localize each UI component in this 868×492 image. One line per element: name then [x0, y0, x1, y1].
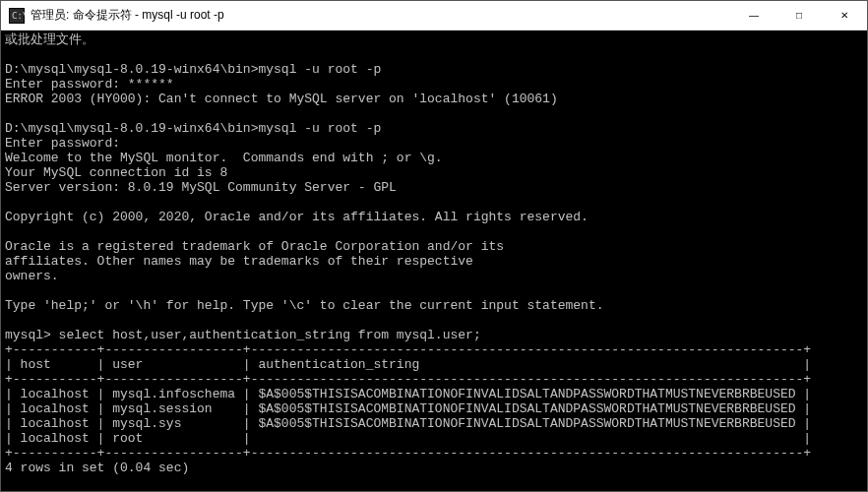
command-prompt-window: C:\ 管理员: 命令提示符 - mysql -u root -p — □ ✕ …	[0, 0, 868, 492]
terminal-line: mysql> select host,user,authentication_s…	[5, 328, 863, 342]
cmd-icon: C:\	[9, 8, 25, 24]
terminal-line: Oracle is a registered trademark of Orac…	[5, 239, 863, 254]
terminal-line: | localhost | mysql.infoschema | $A$005$…	[5, 387, 863, 401]
terminal-line: 或批处理文件。	[5, 32, 863, 47]
window-title: 管理员: 命令提示符 - mysql -u root -p	[31, 7, 224, 24]
terminal-line: affiliates. Other names may be trademark…	[5, 254, 863, 269]
titlebar[interactable]: C:\ 管理员: 命令提示符 - mysql -u root -p — □ ✕	[1, 1, 867, 31]
maximize-button[interactable]: □	[776, 1, 822, 30]
terminal-line: Type 'help;' or '\h' for help. Type '\c'…	[5, 298, 863, 313]
svg-text:C:\: C:\	[12, 11, 25, 21]
window-controls: — □ ✕	[731, 1, 867, 30]
terminal-line: +-----------+------------------+--------…	[5, 446, 863, 461]
terminal-line	[5, 475, 863, 490]
terminal-line: Enter password: ******	[5, 77, 863, 92]
terminal-line	[5, 313, 863, 328]
terminal-line: Enter password:	[5, 136, 863, 151]
terminal-line: 4 rows in set (0.04 sec)	[5, 461, 863, 475]
terminal-line	[5, 224, 863, 239]
terminal-line: Copyright (c) 2000, 2020, Oracle and/or …	[5, 210, 863, 224]
terminal-line: ERROR 2003 (HY000): Can't connect to MyS…	[5, 92, 863, 106]
terminal-line: D:\mysql\mysql-8.0.19-winx64\bin>mysql -…	[5, 62, 863, 77]
terminal-line: +-----------+------------------+--------…	[5, 372, 863, 387]
terminal-line: | host | user | authentication_string |	[5, 357, 863, 372]
terminal-line	[5, 106, 863, 121]
terminal-line: Welcome to the MySQL monitor. Commands e…	[5, 151, 863, 165]
terminal-line: | localhost | root | |	[5, 431, 863, 446]
terminal-line: Your MySQL connection id is 8	[5, 165, 863, 180]
terminal-line: Server version: 8.0.19 MySQL Community S…	[5, 180, 863, 195]
terminal-output[interactable]: 或批处理文件。 D:\mysql\mysql-8.0.19-winx64\bin…	[1, 31, 867, 491]
terminal-line	[5, 47, 863, 62]
minimize-button[interactable]: —	[731, 1, 776, 30]
terminal-line	[5, 195, 863, 210]
terminal-line: mysql> _	[5, 490, 863, 491]
terminal-line: | localhost | mysql.sys | $A$005$THISISA…	[5, 416, 863, 431]
terminal-line: +-----------+------------------+--------…	[5, 342, 863, 357]
close-button[interactable]: ✕	[822, 1, 867, 30]
terminal-line: D:\mysql\mysql-8.0.19-winx64\bin>mysql -…	[5, 121, 863, 136]
terminal-line: owners.	[5, 269, 863, 283]
titlebar-left: C:\ 管理员: 命令提示符 - mysql -u root -p	[1, 7, 224, 24]
terminal-line	[5, 283, 863, 298]
terminal-line: | localhost | mysql.session | $A$005$THI…	[5, 401, 863, 416]
